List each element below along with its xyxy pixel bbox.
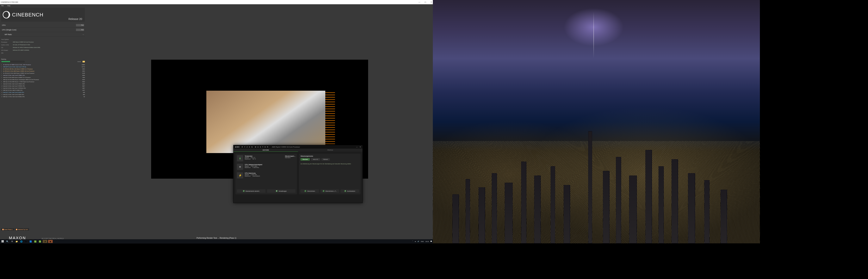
ryzen-brand: AMD R Y Z E N M A S T E R	[235, 146, 269, 148]
svg-rect-0	[2, 240, 2, 241]
app3-icon[interactable]: 🟩	[38, 240, 42, 243]
search-icon[interactable]: 🔍	[5, 240, 9, 243]
run-single-button[interactable]: Run	[76, 29, 84, 31]
ranking-row[interactable]: 15AMD @ 1.4 GHz, Intel Core i5-520U CPU5…	[1, 95, 85, 98]
start-button[interactable]	[1, 240, 5, 243]
app1-icon[interactable]: 🟦	[29, 240, 33, 243]
ranking-list: 14x Intel Xeon E7-8890 v3 @ 2.5 GHz, 144…	[1, 64, 85, 98]
revert-icon: ↺	[344, 190, 346, 192]
tab-profile[interactable]: PROFILE	[298, 149, 363, 152]
ranking-row[interactable]: 13Intel @ 3.7 GHz, Intel Core i3-6100 CP…	[1, 91, 85, 93]
ranking-row[interactable]: 11Intel @ 2.6 GHz, Intel Core i7-6700HQ …	[1, 87, 85, 89]
ranking-row[interactable]: 42x CPU @ 3.5 GHz AMD Ryzen 9 3950X 16-C…	[1, 72, 85, 74]
menu-help[interactable]: Help	[7, 5, 10, 7]
minimize-button[interactable]: —	[418, 1, 420, 3]
ryzen-revert-button[interactable]: ↺Zurücksetzen	[341, 189, 359, 193]
ryzen-task-icon[interactable]: ◆	[48, 240, 53, 243]
tray-chevron-icon[interactable]: ˄	[412, 241, 413, 242]
bolt-icon: ⚡	[237, 172, 243, 179]
profile-chips: Standard Auto-OC Manuel	[301, 158, 359, 161]
system-row: Info	[1, 52, 85, 54]
store-icon[interactable]: 🛍	[24, 240, 28, 243]
ranking-details-toggle[interactable]	[83, 61, 85, 62]
taskbar[interactable]: 🔍 ⧉ 📁 🌐 🛍 🟦 🟩 🟩 ◔ ◆ ˄ ☁ 🔊 ENG 18:18 💬	[0, 239, 433, 244]
thermometer-icon: 🌡	[237, 155, 243, 161]
test-mp-label: MP Ratio	[5, 33, 83, 35]
tray-volume-icon[interactable]: 🔊	[417, 241, 419, 242]
explorer-icon[interactable]: 📁	[15, 240, 19, 243]
ranking-row[interactable]: 14Intel @ 2.3 GHz, Intel Core i5-6200 CP…	[1, 93, 85, 95]
metric-clock: ⭘ CPU-Taktgeschwindigkeit Aktuell4.387 M…	[237, 164, 296, 170]
ryzen-manage-button[interactable]: ⇄Verwaltungen	[267, 189, 296, 193]
gauge-icon: ⭘	[237, 164, 243, 170]
run-cpu-button[interactable]: Run	[76, 24, 84, 26]
status-message: Performing Render Test ... Rendering (Pa…	[196, 237, 236, 239]
tab-history[interactable]: HISTORIE	[234, 149, 298, 152]
system-tray: ˄ ☁ 🔊 ENG 18:18 💬	[412, 241, 432, 242]
tray-lang[interactable]: ENG	[421, 241, 424, 242]
ranking-header: Ranking	[1, 58, 85, 60]
check-icon: ✓	[322, 190, 324, 192]
maximize-button[interactable]: ▢	[425, 1, 426, 3]
cinebench-task-icon[interactable]: ◔	[42, 240, 47, 243]
ranking-row[interactable]: 14x Intel Xeon E7-8890 v3 @ 2.5 GHz, 144…	[1, 64, 85, 66]
brain-phase-button[interactable]: Brain Phase 1	[1, 228, 14, 230]
ryzen-minimize-icon[interactable]: —	[356, 146, 358, 148]
app2-icon[interactable]: 🟩	[33, 240, 37, 243]
ryzen-master-window[interactable]: AMD R Y Z E N M A S T E R - AMD Ryzen 9 …	[233, 145, 363, 203]
tray-network-icon[interactable]: ☁	[414, 241, 416, 242]
logo-block: CINEBENCH Release 20	[1, 8, 85, 22]
ryzen-profile-col: Steuerungsmodus Standard Auto-OC Manuel …	[299, 154, 361, 194]
test-mp-value: —	[83, 33, 84, 35]
chip-autooc[interactable]: Auto-OC	[311, 158, 320, 161]
side-panel: CPU Run CPU (Single Core) Run MP Ratio —…	[1, 23, 85, 98]
ranking-row[interactable]: 8AMD @ 2.9 GHz AMD Ryzen 7 1700X Eight-C…	[1, 81, 85, 83]
profile-note: Zur Aktivierung der Steuerungen für die …	[301, 163, 359, 165]
test-mp-row: MP Ratio —	[1, 32, 85, 37]
menu-file[interactable]: File	[1, 5, 4, 7]
system-row: ProcessorAMD Ryzen 9 3950X 16-Core Proce…	[1, 41, 85, 43]
chip-standard[interactable]: Standard	[301, 158, 310, 161]
taskview-icon[interactable]: ⧉	[10, 240, 14, 243]
wallpaper-cityscape	[433, 0, 760, 243]
left-monitor: CINEBENCH R20.060 — ▢ ✕ File Help CINEBE…	[0, 0, 433, 279]
ranking-row[interactable]: 7AMD @ 3.8 GHz AMD Ryzen Threadripper 29…	[1, 79, 85, 81]
chip-manual[interactable]: Manuel	[321, 158, 330, 161]
ryzen-apply-button[interactable]: ✓Übernehmen	[301, 189, 319, 193]
system-row: GFX BoardGeForce GTX 1080 Ti (NVIDIA)	[1, 49, 85, 52]
ranking-row[interactable]: 32x CPU @ 4.2 GHz AMD Ryzen 9 3950X 16-C…	[1, 70, 85, 72]
logo-text: CINEBENCH	[12, 12, 43, 18]
ryzen-metrics-col: 🌡 Temperatur Aktuell43,5 °C Maximum95 °C…	[236, 154, 297, 194]
right-monitor	[433, 0, 868, 279]
close-button[interactable]: ✕	[431, 1, 432, 3]
test-cpu-label: CPU	[2, 24, 76, 26]
test-single-label: CPU (Single Core)	[2, 29, 76, 31]
ryzen-titlebar[interactable]: AMD R Y Z E N M A S T E R - AMD Ryzen 9 …	[234, 145, 363, 149]
window-title: CINEBENCH R20.060	[1, 1, 18, 3]
ranking-row[interactable]: 5Intel @ 4.2 GHz, Intel Core i9-7980X CP…	[1, 74, 85, 76]
ryzen-cpu-name: AMD Ryzen 9 3950X 32-Core Processor	[272, 146, 300, 148]
ranking-row[interactable]: 32x CPU @ 1.80 GHz, 64c Ryzen 9 3950X 12…	[1, 68, 85, 70]
render-tile	[206, 91, 325, 153]
ryzen-reset-button[interactable]: ↺Standardwerte wiederh.	[237, 189, 266, 193]
manage-icon: ⇄	[276, 190, 278, 192]
ryzen-applytest-button[interactable]: ✓Übernehmen u. T...	[320, 189, 339, 193]
square-icon	[16, 229, 17, 230]
reset-icon: ↺	[243, 190, 245, 192]
cinebench-window: CINEBENCH R20.060 — ▢ ✕ File Help CINEBE…	[0, 0, 433, 243]
titlebar[interactable]: CINEBENCH R20.060 — ▢ ✕	[0, 0, 433, 4]
tray-notifications-icon[interactable]: 💬	[430, 241, 432, 242]
ranking-row[interactable]: 6Intel @ 3.0 GHz AMD Ryzen 9 3900X 12-c …	[1, 76, 85, 79]
tray-clock[interactable]: 18:18	[425, 241, 429, 242]
ranking-row[interactable]: 9Intel @ 3.3 GHz, Intel Core i9-7900X CP…	[1, 83, 85, 85]
ryzen-close-icon[interactable]: ✕	[360, 146, 361, 148]
edge-icon[interactable]: 🌐	[19, 240, 23, 243]
system-head: Your System	[1, 39, 13, 40]
ranking-label: Ranking	[1, 59, 6, 60]
system-info: Your System ProcessorAMD Ryzen 9 3950X 1…	[1, 38, 85, 54]
rational-tip-button[interactable]: Rational Tip 1cm	[15, 228, 29, 230]
ranking-row[interactable]: 2AMD EPYC @ 2.0 GHz, Intel Core i7-975 @…	[1, 66, 85, 68]
ranking-row[interactable]: 12AMD @ 3.5 GHz, AMD FX-8350 CPU1457	[1, 89, 85, 91]
ranking-row[interactable]: 10Intel @ 4.3 GHz, Intel Core i7-8700K C…	[1, 85, 85, 87]
metric-volt: ⚡ CPU-Spannung Aktuell1,456 Volt Maximum…	[237, 172, 296, 179]
